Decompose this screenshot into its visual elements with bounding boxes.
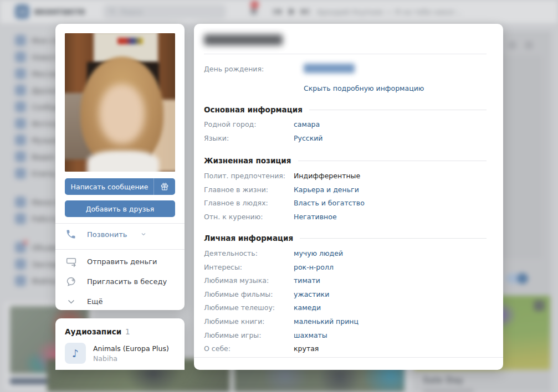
section-rule [298,161,487,161]
chevron-down-icon [65,295,77,307]
add-friend-button[interactable]: Добавить в друзья [65,200,175,217]
divider [55,249,185,250]
invite-to-chat-action[interactable]: Пригласить в беседу [65,275,179,288]
info-row-value: крутая [294,344,319,354]
section-header-life-position: Жизненная позиция [204,156,487,166]
music-note-icon: ♪ [65,343,86,364]
phone-icon [65,228,77,240]
info-row-label: Интересы: [204,263,294,273]
audio-count: 1 [125,327,130,336]
info-row: Любимые игры: шахматы [204,331,492,341]
gift-icon [160,182,169,191]
info-row-label: Любимая музыка: [204,276,294,286]
info-row-label: Любимые телешоу: [204,303,294,313]
call-action[interactable]: Позвонить [65,228,179,241]
info-row-value[interactable]: самара [294,120,320,130]
info-row-label: О себе: [204,344,294,354]
info-row-label: Любимые фильмы: [204,290,294,300]
info-row-label: Полит. предпочтения: [204,172,294,182]
info-row: Любимые книги: маленький принц [204,317,492,327]
info-row-value[interactable]: тимати [294,276,320,286]
info-row-value[interactable]: Карьера и деньги [294,185,359,195]
add-friend-label: Добавить в друзья [86,205,155,213]
divider [194,357,503,358]
profile-summary-card: Написать сообщение Добавить в друзья Поз… [55,24,185,310]
section-title: Личная информация [204,234,293,243]
info-row-label: Любимые игры: [204,331,294,341]
chevron-down-icon [140,231,147,238]
info-row: Любимые телешоу: камеди [204,303,492,313]
birthday-label: День рождения: [204,65,294,75]
info-row-value[interactable]: шахматы [294,331,327,341]
info-row: Любимые фильмы: ужастики [204,290,492,300]
hide-details-link[interactable]: Скрыть подробную информацию [304,84,424,92]
info-row: О себе: крутая [204,344,492,354]
call-label: Позвонить [87,230,127,239]
info-row-value[interactable]: маленький принц [294,317,359,327]
write-message-button[interactable]: Написать сообщение [65,178,175,195]
info-row-label: Главное в жизни: [204,185,294,195]
audio-track-artist: Nabiha [93,354,169,363]
write-message-label: Написать сообщение [71,183,149,191]
section-rule [300,238,487,239]
send-gift-button[interactable] [153,178,175,195]
info-row-value[interactable]: Негативное [294,213,337,223]
info-row: Главное в людях: Власть и богатство [204,199,492,209]
info-row-value[interactable]: мучую людей [294,249,343,259]
section-rule [309,110,487,110]
audio-track-title: Animals (Europa Plus) [93,344,169,353]
money-card-icon [65,255,77,267]
info-row: Главное в жизни: Карьера и деньги [204,185,492,195]
info-row: Отн. к курению: Негативное [204,213,492,223]
send-money-action[interactable]: Отправить деньги [65,255,179,268]
profile-photo[interactable] [65,33,175,172]
birthday-row: День рождения: [204,65,492,75]
audio-title-text: Аудиозаписи [65,327,121,336]
redacted-birthday-value [304,64,355,73]
divider [204,54,487,54]
more-actions-label: Ещё [87,297,103,306]
photo-person-shirt [87,151,159,172]
info-row: Полит. предпочтения: Индифферентные [204,172,492,182]
more-actions[interactable]: Ещё [65,295,179,308]
profile-info-panel: День рождения: Скрыть подробную информац… [194,24,503,370]
send-money-label: Отправить деньги [87,257,157,266]
info-row-value[interactable]: ужастики [294,290,329,300]
info-row: Деятельность: мучую людей [204,249,492,259]
info-row-value[interactable]: камеди [294,303,321,313]
info-row-value[interactable]: Власть и богатство [294,199,365,209]
audio-track-row[interactable]: ♪ Animals (Europa Plus) Nabiha [65,343,169,364]
info-row-label: Отн. к курению: [204,213,294,223]
section-header-personal-info: Личная информация [204,233,487,243]
info-row: Родной город: самара [204,120,492,130]
info-row-label: Деятельность: [204,249,294,259]
divider [55,223,185,224]
audio-section-title[interactable]: Аудиозаписи1 [65,327,130,336]
info-row: Языки: Русский [204,134,492,144]
section-title: Основная информация [204,105,303,114]
info-row: Любимая музыка: тимати [204,276,492,286]
info-row-value[interactable]: рок-н-ролл [294,263,334,273]
info-row-label: Родной город: [204,120,294,130]
info-row-value: Индифферентные [294,172,360,182]
photo-bg-tv-logo [117,38,143,44]
section-title: Жизненная позиция [204,156,291,165]
info-row: Интересы: рок-н-ролл [204,263,492,273]
photo-person-face-blurred [99,84,145,144]
section-header-main-info: Основная информация [204,105,487,115]
audio-section-card: Аудиозаписи1 ♪ Animals (Europa Plus) Nab… [55,318,185,370]
info-row-value[interactable]: Русский [294,134,322,144]
info-row-label: Главное в людях: [204,199,294,209]
info-row-label: Языки: [204,134,294,144]
redacted-profile-name [204,34,283,45]
chat-plus-icon [65,275,77,287]
invite-to-chat-label: Пригласить в беседу [87,277,167,286]
info-row-label: Любимые книги: [204,317,294,327]
